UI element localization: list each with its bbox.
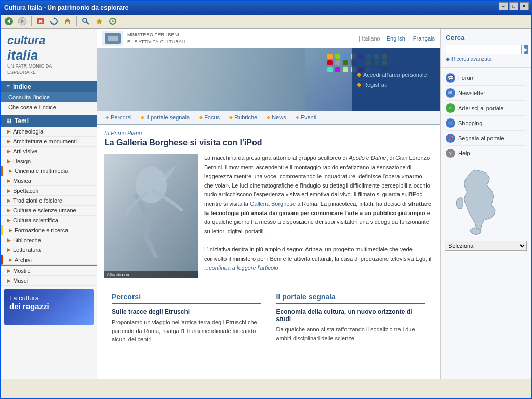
region-select[interactable]: Seleziona	[445, 241, 527, 251]
portale-article-text: Da qualche anno si sta rafforzando il so…	[276, 325, 426, 342]
temi-item-spettacoli[interactable]: ▶Spettacoli	[1, 186, 97, 196]
registrati-link[interactable]: ◆ Registrati	[357, 81, 435, 88]
indice-icon: ≡	[6, 83, 10, 90]
refresh-button[interactable]	[48, 16, 60, 27]
nav-il-portale[interactable]: ◆ Il portale segnala	[138, 113, 193, 122]
search-toolbar-button[interactable]	[80, 16, 91, 27]
right-link-aderisci-al-portale[interactable]: ✓Aderisci al portale	[446, 101, 526, 116]
temi-item-mostre[interactable]: ▶Mostre	[1, 265, 97, 276]
percorsi-title: Percorsi	[112, 292, 261, 304]
nav-eventi[interactable]: ◆ Eventi	[292, 113, 320, 122]
site-header: MINISTERO PER I BENI E LE ATTIVITÀ CULTU…	[97, 29, 440, 111]
home-button[interactable]	[62, 16, 73, 27]
temi-item-biblioteche[interactable]: ▶Biblioteche	[1, 235, 97, 245]
percorsi-article-text: Proponiamo un viaggio nell'antica terra …	[112, 318, 261, 344]
accedi-link[interactable]: ◆ Accedi all'area personale	[357, 71, 435, 78]
banner-sculpture	[97, 48, 305, 111]
sidebar-link-cosa[interactable]: Che cosa è l'indice	[1, 102, 97, 112]
article-body: Allnadi.com La macchina da presa gira at…	[104, 154, 433, 278]
svg-line-10	[86, 22, 89, 24]
search-label: Cerca	[446, 34, 526, 42]
italiano-label: | Italiano	[358, 35, 380, 42]
temi-item-cinema[interactable]: ▶Cinema e multimedia	[1, 166, 97, 176]
lang-sep2: |	[408, 35, 411, 42]
sidebar-ragazzi-text2: dei ragazzi	[9, 302, 88, 311]
right-link-icon: ✓	[446, 103, 455, 113]
header-right-box: ◆ Accedi all'area personale ◆ Registrati	[352, 48, 440, 111]
right-link-segnala-al-portale[interactable]: 📌Segnala al portale	[446, 131, 526, 146]
browser-toolbar	[1, 15, 531, 29]
galleria-link[interactable]: Galleria Borghese	[250, 201, 296, 207]
temi-item-cultura-scienze[interactable]: ▶Cultura e scienze umane	[1, 206, 97, 216]
minimize-button[interactable]: –	[499, 2, 508, 10]
right-link-help[interactable]: ?Help	[446, 146, 526, 161]
history-button[interactable]	[107, 16, 118, 27]
right-link-icon: ✉	[446, 88, 455, 98]
svg-marker-11	[96, 18, 102, 24]
right-link-label: Shopping	[458, 120, 483, 126]
site-logo: cultura italia UN PATRIMONIO DAESPLORARE	[1, 29, 97, 78]
francais-link[interactable]: Français	[413, 35, 435, 42]
right-links: 💬Forum✉Newsletter✓Aderisci al portale🛒Sh…	[441, 68, 531, 164]
ministry-logo: MINISTERO PER I BENI E LE ATTIVITÀ CULTU…	[102, 31, 185, 46]
temi-item-design[interactable]: ▶Design	[1, 156, 97, 166]
temi-section: ⊞ Temi ▶Archeologia ▶Architettura e monu…	[1, 115, 97, 286]
forward-button[interactable]	[17, 16, 28, 27]
nav-arrow-focus: ◆	[199, 115, 203, 120]
back-button[interactable]	[3, 16, 15, 27]
favorites-button[interactable]	[94, 16, 105, 27]
accedi-bullet: ◆	[357, 71, 361, 78]
temi-item-letteratura[interactable]: ▶Letteratura	[1, 245, 97, 255]
close-button[interactable]: ✕	[520, 2, 529, 10]
logo-icon	[102, 31, 123, 46]
temi-item-cultura-sci[interactable]: ▶Cultura scientifica	[1, 216, 97, 225]
search-submit-button[interactable]: ▶	[524, 45, 528, 54]
pixel-dot	[327, 67, 332, 72]
advanced-search-link[interactable]: ◆ Ricerca avanzata	[446, 56, 526, 62]
maximize-button[interactable]: □	[509, 2, 518, 10]
nav-arrow-eventi: ◆	[296, 115, 299, 120]
temi-item-archeologia[interactable]: ▶Archeologia	[1, 127, 97, 137]
right-link-label: Help	[458, 150, 470, 156]
right-link-icon: 📌	[446, 134, 455, 143]
temi-item-musei[interactable]: ▶Musei	[1, 276, 97, 286]
right-link-shopping[interactable]: 🛒Shopping	[446, 116, 526, 131]
nav-rubriche[interactable]: ◆ Rubriche	[226, 113, 260, 122]
nav-news[interactable]: ◆ News	[263, 113, 289, 122]
nav-arrow-news: ◆	[267, 115, 270, 120]
temi-item-formazione[interactable]: ▶Formazione e ricerca	[1, 225, 97, 235]
nav-percorsi[interactable]: ◆ Percorsi	[102, 113, 135, 122]
nav-arrow-percorsi: ◆	[105, 115, 109, 120]
temi-item-architettura[interactable]: ▶Architettura e monumenti	[1, 137, 97, 147]
right-link-icon: ?	[446, 149, 455, 158]
temi-item-arti[interactable]: ▶Arti visive	[1, 147, 97, 156]
right-link-forum[interactable]: 💬Forum	[446, 71, 526, 86]
logo-italia: italia	[7, 47, 90, 63]
right-link-label: Forum	[458, 75, 475, 81]
right-link-label: Segnala al portale	[458, 135, 504, 141]
right-link-newsletter[interactable]: ✉Newsletter	[446, 86, 526, 101]
logo-cultura: cultura	[7, 34, 90, 47]
right-link-label: Aderisci al portale	[458, 105, 503, 111]
sidebar-ragazzi[interactable]: La cultura dei ragazzi	[4, 289, 94, 325]
article-text: La macchina da presa gira attorno al gru…	[204, 154, 433, 278]
sidebar: cultura italia UN PATRIMONIO DAESPLORARE…	[1, 29, 97, 379]
right-link-label: Newsletter	[458, 90, 485, 96]
temi-item-tradizioni[interactable]: ▶Tradizioni e folclore	[1, 196, 97, 206]
main-content: In Primo Piano La Galleria Borghese si v…	[97, 125, 440, 354]
search-input[interactable]	[446, 45, 522, 54]
svg-rect-15	[108, 36, 118, 41]
article-image: Allnadi.com	[104, 154, 198, 278]
svg-marker-8	[64, 18, 71, 24]
temi-item-archivi[interactable]: ▶Archivi	[1, 255, 97, 265]
english-link[interactable]: English	[387, 35, 405, 42]
bottom-sections: Percorsi Sulle tracce degli Etruschi Pro…	[104, 287, 433, 349]
continue-link[interactable]: ...continua a leggere l'articolo	[204, 264, 278, 271]
stop-button[interactable]	[35, 16, 46, 27]
logo-subtitle: UN PATRIMONIO DAESPLORARE	[7, 63, 90, 75]
nav-focus[interactable]: ◆ Focus	[196, 113, 223, 122]
window-titlebar: Cultura Italia - Un patrimonio da esplor…	[1, 1, 531, 15]
language-bar: | Italiano English | Français	[357, 35, 435, 42]
temi-item-musica[interactable]: ▶Musica	[1, 176, 97, 186]
sidebar-link-consulta[interactable]: Consulta l'indice	[1, 92, 97, 102]
